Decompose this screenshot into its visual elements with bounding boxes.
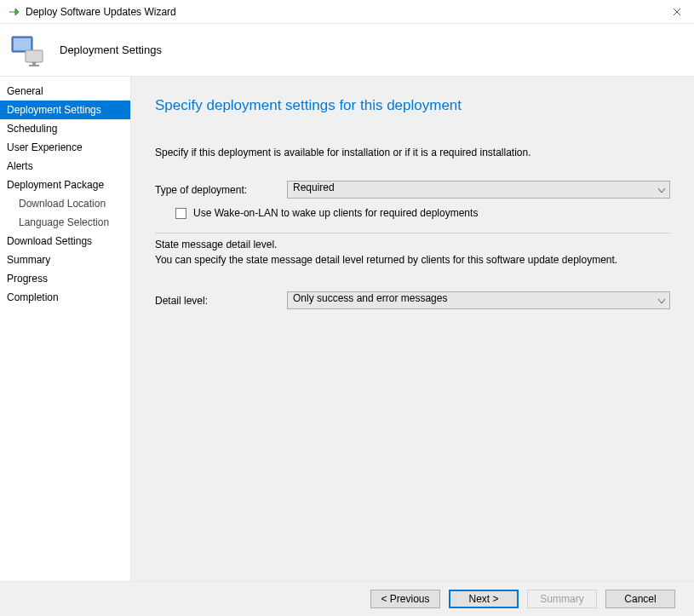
wake-on-lan-row: Use Wake-on-LAN to wake up clients for r… — [155, 207, 670, 219]
sidebar-item-language-selection[interactable]: Language Selection — [0, 213, 130, 232]
wizard-body: General Deployment Settings Scheduling U… — [0, 77, 694, 581]
sidebar-item-alerts[interactable]: Alerts — [0, 157, 130, 176]
sidebar-item-general[interactable]: General — [0, 82, 130, 101]
close-icon — [673, 8, 681, 16]
detail-level-control: Only success and error messages — [287, 291, 670, 309]
detail-level-select[interactable]: Only success and error messages — [287, 291, 670, 309]
svg-rect-4 — [29, 65, 39, 66]
svg-rect-1 — [14, 38, 31, 50]
section-divider — [155, 233, 670, 233]
wizard-header-title: Deployment Settings — [60, 43, 162, 56]
next-button[interactable]: Next > — [449, 590, 519, 608]
previous-button[interactable]: < Previous — [370, 590, 440, 608]
wizard-header-icon — [10, 32, 48, 69]
sidebar-item-download-location[interactable]: Download Location — [0, 194, 130, 213]
detail-level-select-wrap: Only success and error messages — [287, 291, 670, 309]
sidebar-item-completion[interactable]: Completion — [0, 288, 130, 307]
type-of-deployment-row: Type of deployment: Required — [155, 181, 670, 199]
state-message-description: You can specify the state message detail… — [155, 254, 670, 266]
sidebar-item-progress[interactable]: Progress — [0, 269, 130, 288]
sidebar-item-download-settings[interactable]: Download Settings — [0, 232, 130, 250]
cancel-button[interactable]: Cancel — [605, 590, 675, 608]
page-heading: Specify deployment settings for this dep… — [155, 97, 670, 114]
sidebar-item-summary[interactable]: Summary — [0, 250, 130, 269]
sidebar-item-deployment-settings[interactable]: Deployment Settings — [0, 101, 130, 119]
wizard-main-panel: Specify deployment settings for this dep… — [131, 77, 694, 581]
detail-level-row: Detail level: Only success and error mes… — [155, 291, 670, 309]
svg-rect-2 — [26, 50, 43, 62]
page-instruction: Specify if this deployment is available … — [155, 147, 670, 158]
wake-on-lan-checkbox[interactable] — [175, 208, 186, 219]
type-of-deployment-select[interactable]: Required — [287, 181, 670, 199]
summary-button: Summary — [527, 590, 597, 608]
type-of-deployment-select-wrap: Required — [287, 181, 670, 199]
type-of-deployment-control: Required — [287, 181, 670, 199]
window-titlebar: Deploy Software Updates Wizard — [0, 0, 694, 24]
sidebar-item-scheduling[interactable]: Scheduling — [0, 119, 130, 138]
wizard-sidebar: General Deployment Settings Scheduling U… — [0, 77, 131, 581]
sidebar-item-user-experience[interactable]: User Experience — [0, 138, 130, 157]
state-message-heading: State message detail level. — [155, 239, 670, 250]
wake-on-lan-label: Use Wake-on-LAN to wake up clients for r… — [193, 207, 478, 219]
window-title: Deploy Software Updates Wizard — [26, 6, 176, 18]
wizard-header: Deployment Settings — [0, 24, 694, 77]
wizard-footer: < Previous Next > Summary Cancel — [0, 581, 694, 616]
sidebar-item-deployment-package[interactable]: Deployment Package — [0, 176, 130, 194]
svg-rect-3 — [32, 62, 36, 65]
detail-level-label: Detail level: — [155, 295, 287, 307]
titlebar-left: Deploy Software Updates Wizard — [9, 6, 176, 18]
type-of-deployment-label: Type of deployment: — [155, 184, 287, 196]
app-icon — [9, 6, 20, 18]
close-button[interactable] — [668, 3, 685, 20]
